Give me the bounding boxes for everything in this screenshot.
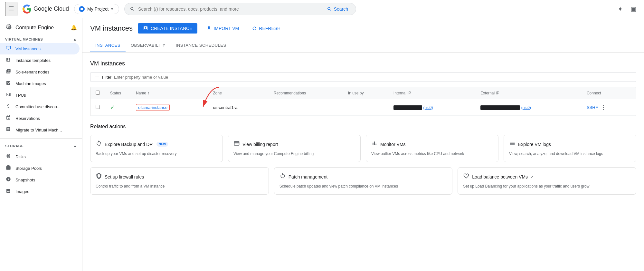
storage-section-header[interactable]: Storage ▲ bbox=[0, 141, 82, 151]
logs-icon bbox=[509, 140, 516, 148]
terminal-icon-button[interactable]: ▣ bbox=[628, 3, 639, 15]
row-checkbox[interactable] bbox=[96, 105, 100, 109]
related-actions-title: Related actions bbox=[90, 124, 636, 130]
virtual-machines-section[interactable]: Virtual machines ▲ bbox=[0, 34, 82, 43]
tab-instances[interactable]: INSTANCES bbox=[90, 39, 126, 52]
sidebar-item-instance-templates[interactable]: Instance templates bbox=[0, 54, 80, 66]
import-vm-label: IMPORT VM bbox=[213, 26, 239, 31]
action-card-firewall[interactable]: Set up firewall rules Control traffic to… bbox=[90, 167, 269, 195]
sole-tenant-icon bbox=[5, 69, 12, 75]
sidebar-bell-icon[interactable]: 🔔 bbox=[71, 24, 77, 31]
migrate-icon bbox=[5, 127, 12, 133]
th-internal-ip: Internal IP bbox=[388, 87, 475, 99]
load-balance-icon bbox=[463, 173, 469, 181]
logo-text: Google Cloud bbox=[33, 5, 69, 12]
filter-icon bbox=[94, 74, 99, 80]
row-zone-cell: us-central1-a bbox=[208, 99, 269, 116]
snapshots-icon bbox=[5, 177, 12, 183]
import-vm-button[interactable]: IMPORT VM bbox=[203, 23, 243, 34]
billing-icon bbox=[233, 140, 240, 148]
actions-grid-row2: Set up firewall rules Control traffic to… bbox=[90, 167, 636, 195]
sidebar-item-snapshots-label: Snapshots bbox=[15, 178, 35, 182]
sidebar-item-machine-images[interactable]: Machine images bbox=[0, 78, 80, 89]
filter-input[interactable] bbox=[114, 75, 632, 80]
search-bar: Search bbox=[124, 3, 356, 15]
search-button-label: Search bbox=[334, 6, 348, 12]
sort-icon: ↑ bbox=[147, 91, 149, 95]
row-connect-cell: SSH ▾ ⋮ bbox=[582, 99, 636, 116]
topbar-right: ✦ ▣ bbox=[615, 3, 639, 15]
sidebar-item-storage-pools[interactable]: Storage Pools bbox=[0, 162, 80, 174]
table-header-row: Status Name ↑ Zone Recommendations In us… bbox=[90, 87, 636, 99]
sidebar-item-committed-use[interactable]: Committed use discou... bbox=[0, 101, 80, 112]
search-input[interactable] bbox=[138, 6, 321, 12]
action-card-billing[interactable]: View billing report View and manage your… bbox=[228, 135, 361, 162]
google-cloud-logo[interactable]: Google Cloud bbox=[23, 5, 69, 14]
vm-table: Status Name ↑ Zone Recommendations In us… bbox=[90, 87, 636, 116]
committed-use-icon bbox=[5, 103, 12, 110]
topbar: ☰ Google Cloud My Project ▾ Search ✦ ▣ bbox=[0, 0, 644, 18]
action-card-backup-dr[interactable]: Explore Backup and DR NEW Back up your V… bbox=[90, 135, 223, 162]
sidebar-divider bbox=[0, 138, 82, 139]
table-row: ✓ ollama-instance us-central1-a bbox=[90, 99, 636, 116]
content-title: VM instances bbox=[90, 60, 636, 67]
sidebar-item-disks[interactable]: Disks bbox=[0, 151, 80, 162]
vm-logs-desc: View, search, analyze, and download VM i… bbox=[509, 151, 631, 157]
action-card-monitor-vms[interactable]: Monitor VMs View outlier VMs across metr… bbox=[366, 135, 498, 162]
row-recommendations-cell bbox=[269, 99, 343, 116]
more-options-button[interactable]: ⋮ bbox=[599, 102, 608, 112]
action-card-header-logs: Explore VM logs bbox=[509, 140, 631, 148]
sidebar-item-vm-instances[interactable]: VM instances bbox=[0, 43, 80, 54]
create-instance-button[interactable]: CREATE INSTANCE bbox=[138, 23, 197, 34]
row-in-use-by-cell bbox=[343, 99, 388, 116]
billing-title: View billing report bbox=[242, 142, 278, 147]
content-area: VM instances Filter bbox=[82, 53, 644, 202]
storage-label: Storage bbox=[5, 144, 24, 148]
actions-grid-row1: Explore Backup and DR NEW Back up your V… bbox=[90, 135, 636, 162]
project-selector[interactable]: My Project ▾ bbox=[74, 4, 119, 14]
firewall-title: Set up firewall rules bbox=[105, 174, 144, 179]
action-card-load-balance[interactable]: Load balance between VMs ↗ Set up Load B… bbox=[458, 167, 636, 195]
row-internal-ip-cell: ██████████ (nic0) bbox=[388, 99, 475, 116]
instance-name-link[interactable]: ollama-instance bbox=[136, 104, 170, 111]
internal-ip-nic-link[interactable]: (nic0) bbox=[423, 105, 433, 110]
images-icon bbox=[5, 188, 12, 195]
refresh-button[interactable]: REFRESH bbox=[248, 23, 284, 34]
vm-instances-icon bbox=[5, 45, 12, 52]
search-icon bbox=[327, 6, 332, 12]
tab-instance-schedules[interactable]: INSTANCE SCHEDULES bbox=[171, 39, 232, 52]
th-status: Status bbox=[105, 87, 131, 99]
patch-icon bbox=[279, 173, 286, 181]
layout: Compute Engine 🔔 Virtual machines ▲ VM i… bbox=[0, 18, 644, 271]
sidebar-item-snapshots[interactable]: Snapshots bbox=[0, 174, 80, 186]
th-external-ip: External IP bbox=[475, 87, 582, 99]
create-instance-label: CREATE INSTANCE bbox=[151, 26, 192, 31]
menu-icon[interactable]: ☰ bbox=[5, 2, 17, 16]
action-card-patch[interactable]: Patch management Schedule patch updates … bbox=[274, 167, 453, 195]
lb-desc: Set up Load Balancing for your applicati… bbox=[463, 183, 631, 189]
sidebar-item-migrate-label: Migrate to Virtual Mach... bbox=[15, 128, 62, 132]
action-card-vm-logs[interactable]: Explore VM logs View, search, analyze, a… bbox=[504, 135, 636, 162]
backup-dr-title: Explore Backup and DR bbox=[105, 142, 153, 147]
sidebar-item-migrate[interactable]: Migrate to Virtual Mach... bbox=[0, 124, 80, 136]
action-card-header-backup: Explore Backup and DR NEW bbox=[96, 140, 217, 148]
gem-icon-button[interactable]: ✦ bbox=[615, 3, 626, 15]
search-button[interactable]: Search bbox=[324, 5, 351, 13]
th-checkbox bbox=[90, 87, 105, 99]
patch-desc: Schedule patch updates and view patch co… bbox=[279, 183, 447, 189]
new-badge: NEW bbox=[156, 142, 168, 147]
external-ip-redacted: ██████████████ bbox=[480, 105, 520, 110]
tab-observability[interactable]: OBSERVABILITY bbox=[126, 39, 171, 52]
sidebar-item-committed-label: Committed use discou... bbox=[15, 104, 60, 109]
sidebar-item-sole-tenant[interactable]: Sole-tenant nodes bbox=[0, 66, 80, 78]
sidebar-item-reservations[interactable]: Reservations bbox=[0, 112, 80, 124]
sidebar-item-tpus[interactable]: TPUs bbox=[0, 89, 80, 101]
sidebar-item-storage-pools-label: Storage Pools bbox=[15, 166, 42, 171]
sidebar-item-images[interactable]: Images bbox=[0, 186, 80, 197]
select-all-checkbox[interactable] bbox=[96, 91, 100, 95]
ssh-button[interactable]: SSH ▾ bbox=[587, 105, 598, 110]
status-running-icon: ✓ bbox=[110, 104, 115, 111]
external-ip-nic-link[interactable]: (nic0) bbox=[521, 105, 531, 110]
th-name[interactable]: Name ↑ bbox=[131, 87, 208, 99]
search-bar-icon bbox=[130, 6, 135, 12]
